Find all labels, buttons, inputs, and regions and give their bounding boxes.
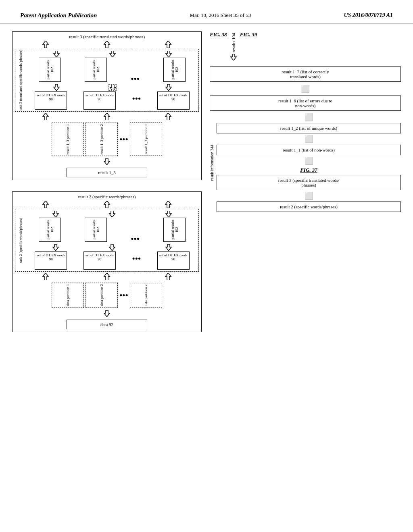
svg-marker-22 (43, 273, 48, 280)
result13-box: result 1_3 (67, 168, 147, 177)
partition-box-2: result 1_3 partition 2 (86, 123, 118, 156)
svg-marker-26 (231, 54, 236, 60)
result3-title: result 3 (specific translated words/phra… (15, 34, 199, 39)
dots-3: ●●● (131, 232, 140, 242)
data-partition-box-2: data partition 2 (86, 283, 118, 308)
task2-container: task 2 (specific words/phrases) partial … (15, 209, 199, 272)
ex-mods-box-1: set of DT EX mods 90 (35, 91, 67, 110)
data-partition-row: data partition 1 data partition 2 ●●● da… (15, 283, 199, 308)
dots-4: ●●● (132, 251, 141, 262)
svg-marker-21 (166, 244, 171, 251)
svg-marker-10 (104, 113, 110, 120)
svg-marker-18 (166, 211, 171, 217)
sheet-info: Mar. 10, 2016 Sheet 35 of 53 (190, 12, 251, 19)
right-column: FIG. 38 results 104 FIG. 39 result 1_ (210, 31, 401, 332)
ex-mods-box-z: set of DT EX mods 90 (157, 91, 190, 110)
svg-marker-12 (104, 158, 110, 165)
ex-mods-row-3: set of DT EX mods 90 set of DT EX mods 9… (27, 91, 197, 110)
partial-result-2-box-z: partial results 102 (163, 218, 186, 242)
plus-5: ⬜ (217, 191, 401, 200)
task2-label: task 2 (specific words/phrases) (15, 209, 27, 271)
ex-mods-2-box-z: set of DT EX mods 90 (157, 251, 190, 270)
svg-marker-16 (53, 211, 58, 217)
plus-3: ⬜ (217, 135, 401, 143)
dots-1: ●●● (131, 76, 140, 82)
task3-container: task 3 (translated specific words/ phras… (15, 49, 199, 112)
result11-box: result 1_1 (list of non-words) (217, 145, 401, 155)
left-column: result 3 (specific translated words/phra… (12, 31, 202, 332)
publication-title: Patent Application Publication (20, 12, 97, 19)
svg-marker-3 (54, 51, 59, 57)
svg-marker-2 (165, 41, 171, 48)
svg-marker-0 (43, 41, 48, 48)
result2-title: result 2 (specific words/phrases) (15, 194, 199, 199)
svg-marker-24 (165, 273, 171, 280)
svg-marker-20 (109, 244, 115, 251)
svg-marker-19 (53, 244, 58, 251)
svg-marker-25 (104, 310, 110, 317)
result3-right-box: result 3 (specific translated words/phra… (217, 175, 401, 190)
data-partition-box-1: data partition 1 (52, 283, 84, 308)
svg-marker-14 (104, 201, 110, 208)
svg-marker-4 (110, 51, 115, 57)
plus-2: ⬜ (217, 113, 401, 122)
fig37-label: FIG. 37 (217, 167, 401, 173)
svg-marker-1 (104, 41, 110, 48)
svg-marker-23 (104, 273, 110, 280)
svg-marker-8 (166, 84, 171, 91)
ex-mods-2-box-2: set of DT EX mods 90 (83, 251, 116, 270)
patent-number: US 2016/0070719 A1 (344, 12, 393, 19)
ex-mods-row-2: set of DT EX mods 90 set of DT EX mods 9… (27, 251, 197, 270)
task3-label: task 3 (translated specific words/ phras… (15, 49, 27, 111)
svg-marker-7 (110, 85, 116, 91)
partial-result-2-box-1: partial results 102 (39, 218, 61, 242)
result2-right-box: result 2 (specific words/phrases) (217, 202, 401, 212)
fig39-label: FIG. 39 (240, 31, 257, 38)
ex-mods-box-2: set of DT EX mods 90 (83, 91, 116, 110)
partial-result-box-1: partial results 102 (39, 58, 61, 82)
partial-result-box-z: partial results 102 (163, 58, 186, 82)
partial-results-row-2: partial results 102 partial results 102 … (27, 218, 197, 242)
partition-row-3: result 1_3 partition 1 result 1_3 partit… (15, 123, 199, 156)
data92-box: data 92 (67, 320, 147, 329)
partial-result-box-2: partial results 102 (85, 58, 107, 82)
results104-label: results 104 (231, 33, 236, 52)
plus-1: ⬜ (210, 85, 401, 94)
ex-mods-2-box-1: set of DT EX mods 90 (35, 251, 67, 270)
plus-4: ⬜ (217, 156, 401, 165)
result17-box: result 1_7 (list of correctlytranslated … (210, 66, 401, 82)
dots-2: ●●● (132, 91, 141, 102)
svg-marker-5 (166, 51, 171, 57)
partition-box-z: result 1_3 partition z (130, 123, 162, 156)
svg-marker-6 (54, 84, 59, 91)
result12-box: result 1_2 (list of unique words) (217, 123, 401, 133)
result3-outer-box: result 3 (specific translated words/phra… (12, 31, 202, 180)
svg-marker-9 (43, 113, 48, 120)
data-partition-box-z: data partition z (130, 283, 162, 308)
svg-marker-17 (109, 211, 115, 217)
svg-marker-11 (165, 113, 171, 120)
partition-box-1: result 1_3 partition 1 (52, 123, 84, 156)
svg-marker-15 (165, 201, 171, 208)
partial-results-row: partial results 102 partial results 102 … (27, 58, 197, 82)
main-content: result 3 (specific translated words/phra… (0, 23, 413, 340)
svg-marker-13 (43, 201, 48, 208)
fig38-label: FIG. 38 (210, 31, 227, 38)
partial-result-2-box-2: partial results 102 (85, 218, 107, 242)
result2-outer-box: result 2 (specific words/phrases) task 2… (12, 191, 202, 332)
result16-box: result 1_6 (list of errors due tonon-wor… (210, 96, 401, 111)
page-header: Patent Application Publication Mar. 10, … (0, 0, 413, 23)
result-info-label: result information 244 (210, 145, 214, 181)
